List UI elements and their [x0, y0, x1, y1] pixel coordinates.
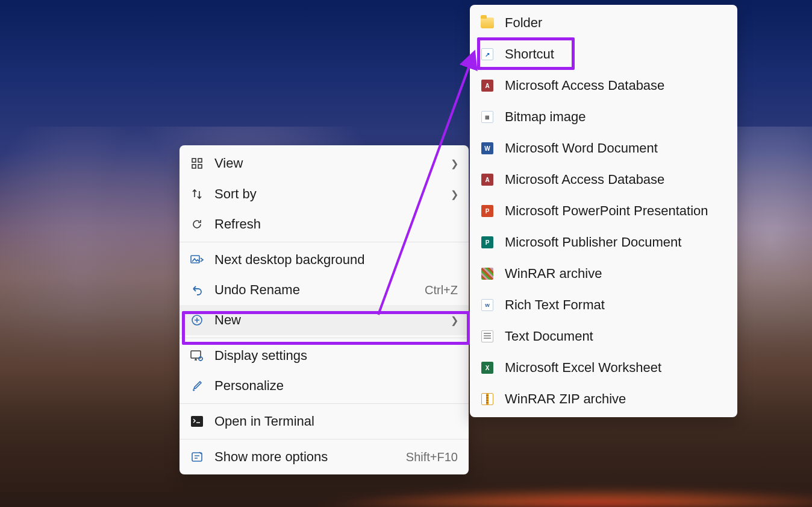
submenu-item-access[interactable]: A Microsoft Access Database — [470, 70, 737, 101]
submenu-item-label: Microsoft Word Document — [505, 140, 726, 156]
menu-item-next-background[interactable]: Next desktop background — [180, 245, 469, 275]
access-icon: A — [481, 173, 494, 186]
svg-rect-2 — [192, 165, 196, 168]
menu-item-open-terminal[interactable]: Open in Terminal — [180, 406, 469, 436]
winrar-icon — [481, 267, 494, 280]
submenu-item-label: Rich Text Format — [505, 297, 726, 313]
undo-icon — [190, 283, 204, 297]
submenu-item-label: Microsoft Access Database — [505, 78, 726, 93]
grid-icon — [190, 157, 204, 170]
menu-separator — [180, 338, 469, 338]
menu-item-label: Show more options — [214, 449, 395, 465]
submenu-item-excel[interactable]: X Microsoft Excel Worksheet — [470, 352, 737, 383]
submenu-item-access-2[interactable]: A Microsoft Access Database — [470, 164, 737, 195]
submenu-item-label: Bitmap image — [505, 109, 726, 125]
menu-item-label: Next desktop background — [214, 252, 458, 268]
brush-icon — [190, 379, 204, 392]
access-icon: A — [481, 79, 494, 92]
menu-item-label: Sort by — [214, 186, 440, 202]
menu-item-refresh[interactable]: Refresh — [180, 209, 469, 239]
menu-item-label: Undo Rename — [214, 282, 414, 298]
bitmap-icon: ▦ — [481, 110, 494, 124]
new-submenu: Folder ↗ Shortcut A Microsoft Access Dat… — [470, 5, 737, 417]
text-icon — [481, 330, 494, 343]
submenu-item-powerpoint[interactable]: P Microsoft PowerPoint Presentation — [470, 195, 737, 227]
menu-separator — [180, 439, 469, 439]
menu-item-label: Open in Terminal — [214, 414, 458, 429]
powerpoint-icon: P — [481, 204, 494, 218]
submenu-item-label: WinRAR ZIP archive — [505, 391, 726, 407]
menu-item-label: Refresh — [214, 216, 458, 232]
submenu-item-label: Text Document — [505, 329, 726, 344]
submenu-item-winrar[interactable]: WinRAR archive — [470, 258, 737, 289]
svg-rect-0 — [192, 159, 196, 162]
more-options-icon — [190, 450, 204, 464]
chevron-right-icon: ❯ — [451, 189, 458, 200]
rtf-icon: W — [481, 298, 494, 312]
svg-rect-3 — [198, 165, 202, 168]
menu-item-undo[interactable]: Undo Rename Ctrl+Z — [180, 275, 469, 305]
submenu-item-zip[interactable]: WinRAR ZIP archive — [470, 383, 737, 415]
menu-item-view[interactable]: View ❯ — [180, 148, 469, 179]
submenu-item-shortcut[interactable]: ↗ Shortcut — [470, 39, 737, 70]
submenu-item-label: Shortcut — [505, 46, 726, 62]
menu-separator — [180, 403, 469, 404]
svg-rect-8 — [191, 416, 203, 427]
menu-item-sortby[interactable]: Sort by ❯ — [180, 179, 469, 209]
submenu-item-label: Microsoft Excel Worksheet — [505, 360, 726, 376]
excel-icon: X — [481, 361, 494, 374]
menu-item-new[interactable]: New ❯ — [180, 305, 469, 335]
chevron-right-icon: ❯ — [451, 315, 458, 326]
shortcut-icon: ↗ — [481, 48, 494, 61]
svg-rect-9 — [192, 453, 202, 461]
display-settings-icon — [190, 349, 204, 362]
submenu-item-label: Microsoft PowerPoint Presentation — [505, 203, 726, 219]
zip-icon — [481, 392, 494, 406]
menu-item-label: New — [214, 312, 440, 328]
refresh-icon — [190, 218, 204, 231]
menu-item-display-settings[interactable]: Display settings — [180, 341, 469, 371]
submenu-item-publisher[interactable]: P Microsoft Publisher Document — [470, 227, 737, 258]
menu-item-personalize[interactable]: Personalize — [180, 371, 469, 401]
add-icon — [190, 313, 204, 327]
menu-item-label: View — [214, 156, 440, 171]
submenu-item-label: Microsoft Access Database — [505, 172, 726, 187]
submenu-item-label: Microsoft Publisher Document — [505, 235, 726, 250]
submenu-item-text[interactable]: Text Document — [470, 321, 737, 352]
submenu-item-bitmap[interactable]: ▦ Bitmap image — [470, 101, 737, 133]
submenu-item-label: Folder — [505, 15, 726, 31]
publisher-icon: P — [481, 236, 494, 249]
menu-item-label: Personalize — [214, 378, 458, 394]
menu-item-shortcut: Ctrl+Z — [425, 283, 458, 297]
submenu-item-word[interactable]: W Microsoft Word Document — [470, 133, 737, 164]
menu-item-more-options[interactable]: Show more options Shift+F10 — [180, 442, 469, 472]
svg-rect-1 — [198, 159, 202, 162]
submenu-item-folder[interactable]: Folder — [470, 7, 737, 39]
menu-item-label: Display settings — [214, 348, 458, 364]
terminal-icon — [190, 415, 204, 428]
folder-icon — [481, 16, 494, 30]
desktop-wallpaper[interactable]: View ❯ Sort by ❯ Refresh — [0, 0, 812, 507]
desktop-context-menu: View ❯ Sort by ❯ Refresh — [180, 145, 469, 474]
sort-icon — [190, 187, 204, 201]
chevron-right-icon: ❯ — [451, 158, 458, 169]
submenu-item-label: WinRAR archive — [505, 266, 726, 282]
image-next-icon — [190, 253, 204, 266]
word-icon: W — [481, 142, 494, 155]
menu-item-shortcut: Shift+F10 — [406, 450, 458, 464]
submenu-item-rtf[interactable]: W Rich Text Format — [470, 289, 737, 321]
menu-separator — [180, 242, 469, 242]
